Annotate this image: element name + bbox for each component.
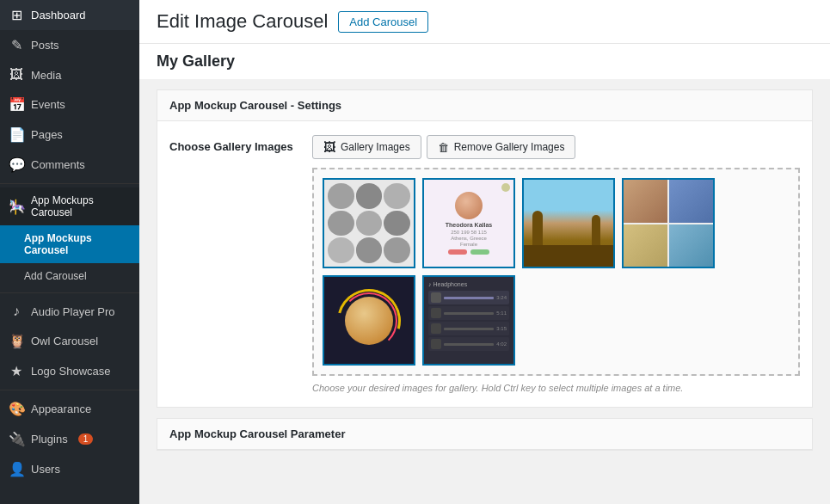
profile-stats: 250 199 58 115: [451, 230, 487, 235]
plugins-icon: 🔌: [9, 431, 24, 447]
media-icon: 🖼: [9, 67, 24, 83]
sidebar-item-owl-carousel[interactable]: 🦉 Owl Carousel: [0, 326, 139, 356]
sidebar: ⊞ Dashboard ✎ Posts 🖼 Media 📅 Events 📄 P…: [0, 0, 139, 504]
owl-icon: 🦉: [9, 333, 24, 349]
sidebar-item-appearance[interactable]: 🎨 Appearance: [0, 394, 139, 424]
appearance-icon: 🎨: [9, 401, 24, 417]
pages-icon: 📄: [9, 126, 24, 143]
audio-icon: ♪: [9, 304, 24, 319]
sidebar-item-comments[interactable]: 💬 Comments: [0, 150, 139, 180]
trash-icon: 🗑: [438, 141, 449, 154]
gallery-name: My Gallery: [157, 52, 235, 70]
gallery-name-bar: My Gallery: [139, 44, 830, 79]
sidebar-item-add-carousel[interactable]: Add Carousel: [0, 263, 139, 289]
logo-icon: ★: [9, 363, 24, 379]
events-icon: 📅: [9, 96, 24, 113]
sidebar-item-events[interactable]: 📅 Events: [0, 89, 139, 120]
page-header: Edit Image Carousel Add Carousel: [139, 0, 830, 44]
dashboard-icon: ⊞: [9, 7, 24, 23]
sidebar-item-audio-player-pro[interactable]: ♪ Audio Player Pro: [0, 297, 139, 326]
profile-gender: Female: [460, 242, 477, 247]
settings-box-header: App Mockup Carousel - Settings: [157, 90, 812, 121]
content-area: App Mockup Carousel - Settings Choose Ga…: [139, 89, 830, 468]
sidebar-item-app-mockups-sub[interactable]: App Mockups Carousel: [0, 225, 139, 263]
sidebar-item-logo-showcase[interactable]: ★ Logo Showcase: [0, 356, 139, 386]
image-icon: 🖼: [323, 140, 335, 154]
choose-gallery-label: Choose Gallery Images: [169, 135, 298, 153]
main-content: Edit Image Carousel Add Carousel My Gall…: [139, 0, 830, 504]
gallery-thumb-desert[interactable]: [522, 178, 615, 268]
settings-box: App Mockup Carousel - Settings Choose Ga…: [157, 89, 813, 408]
carousel-icon: 🎠: [9, 199, 24, 215]
choose-gallery-right: 🖼 Gallery Images 🗑 Remove Gallery Images: [312, 135, 800, 393]
gallery-thumb-dark-circle[interactable]: [323, 275, 415, 366]
posts-icon: ✎: [9, 37, 24, 53]
param-box-header: App Mockup Carousel Parameter: [157, 419, 812, 450]
sidebar-item-users[interactable]: 👤 Users: [0, 454, 139, 484]
gallery-thumb-profile[interactable]: Theodora Kallas 250 199 58 115 Athens, G…: [422, 178, 515, 268]
profile-name: Theodora Kallas: [446, 222, 492, 228]
gallery-thumb-collage[interactable]: [622, 178, 715, 268]
sidebar-item-posts[interactable]: ✎ Posts: [0, 30, 139, 60]
settings-box-body: Choose Gallery Images 🖼 Gallery Images 🗑…: [157, 121, 812, 407]
sidebar-item-pages[interactable]: 📄 Pages: [0, 120, 139, 150]
gallery-buttons: 🖼 Gallery Images 🗑 Remove Gallery Images: [312, 135, 800, 159]
sidebar-item-app-mockups[interactable]: 🎠 App Mockups Carousel: [0, 187, 139, 225]
plugins-badge: 1: [78, 433, 94, 445]
page-title: Edit Image Carousel: [157, 10, 328, 33]
param-box: App Mockup Carousel Parameter: [157, 418, 813, 451]
add-carousel-button[interactable]: Add Carousel: [338, 11, 428, 33]
gallery-thumb-music[interactable]: ♪ Headphones 3:24 5: [422, 275, 515, 366]
sidebar-item-dashboard[interactable]: ⊞ Dashboard: [0, 0, 139, 30]
profile-location: Athens, Greece: [451, 236, 487, 241]
gallery-hint: Choose your desired images for gallery. …: [312, 383, 800, 393]
remove-gallery-images-button[interactable]: 🗑 Remove Gallery Images: [427, 135, 576, 159]
gallery-select-area: Theodora Kallas 250 199 58 115 Athens, G…: [312, 168, 800, 376]
gallery-images-button[interactable]: 🖼 Gallery Images: [312, 135, 421, 159]
comments-icon: 💬: [9, 157, 24, 173]
sidebar-item-plugins[interactable]: 🔌 Plugins 1: [0, 424, 139, 454]
choose-gallery-row: Choose Gallery Images 🖼 Gallery Images 🗑…: [169, 135, 800, 393]
gallery-thumb-people[interactable]: [323, 178, 415, 268]
sidebar-item-media[interactable]: 🖼 Media: [0, 60, 139, 89]
users-icon: 👤: [9, 461, 24, 477]
